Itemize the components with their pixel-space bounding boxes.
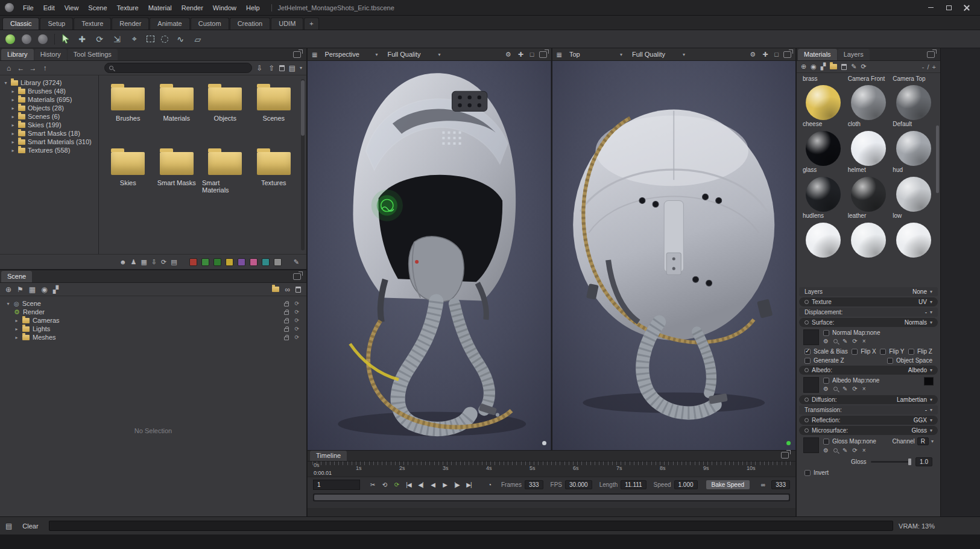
sync-icon[interactable]: ⟳ <box>294 326 299 332</box>
viewport-3d-canvas[interactable] <box>308 61 551 450</box>
paint-icon[interactable]: ✎ <box>851 63 856 71</box>
sync-icon[interactable]: ⟳ <box>294 317 299 323</box>
material-glass[interactable]: glass <box>803 130 844 176</box>
tree-item-smart-materials[interactable]: ▸Smart Materials (310) <box>1 138 97 146</box>
flip-y-checkbox[interactable] <box>880 349 886 355</box>
gloss-value[interactable]: 1.0 <box>915 457 932 466</box>
sync-icon[interactable]: ⟳ <box>294 309 299 315</box>
loop-icon[interactable]: ⟳ <box>392 481 401 488</box>
tree-item-materials[interactable]: ▸Materials (695) <box>1 95 97 104</box>
undo-icon[interactable]: ⟲ <box>380 481 389 488</box>
viewport-settings-icon[interactable]: ⚙ <box>750 51 756 59</box>
workspace-tab-creation[interactable]: Creation <box>230 17 271 30</box>
add-object-icon[interactable]: ⊕ <box>5 285 11 294</box>
close-button[interactable] <box>958 2 975 14</box>
pencil-icon[interactable]: ✎ <box>842 447 847 454</box>
tab-timeline[interactable]: Timeline <box>310 451 347 461</box>
viewport-maximize-icon[interactable]: □ <box>530 51 534 58</box>
material-low[interactable]: low <box>893 176 934 221</box>
end-frame-value[interactable]: 333 <box>771 480 790 489</box>
play-reverse-icon[interactable]: ◀ <box>428 481 437 488</box>
pencil-icon[interactable]: ✎ <box>842 386 847 392</box>
link-icon[interactable]: ∞ <box>758 481 767 488</box>
folder-icon[interactable] <box>830 64 837 69</box>
material-item[interactable] <box>803 221 844 267</box>
tab-library[interactable]: Library <box>1 49 34 60</box>
popout-icon[interactable] <box>293 273 301 280</box>
menu-window[interactable]: Window <box>209 3 241 13</box>
poly-select-tool-icon[interactable]: ▱ <box>192 34 203 44</box>
gloss-slider-knob[interactable] <box>908 459 911 465</box>
tree-item-smart-masks[interactable]: ▸Smart Masks (18) <box>1 129 97 138</box>
tree-item-library[interactable]: ▾Library (3724) <box>1 78 97 87</box>
microsurface-section[interactable]: Microsurface:Gloss▾ <box>799 426 938 435</box>
library-search-input[interactable] <box>116 65 247 72</box>
preview-sphere-icon[interactable]: ☻ <box>119 258 127 265</box>
zoom-in-icon[interactable]: + <box>932 63 936 71</box>
checker-icon[interactable]: ▞ <box>53 285 58 294</box>
popout-icon[interactable] <box>539 51 547 58</box>
library-folder-skies[interactable]: Skies <box>105 147 151 212</box>
section-toggle-icon[interactable] <box>805 368 809 372</box>
color-swatch[interactable] <box>262 258 270 266</box>
gloss-map-checkbox[interactable] <box>823 439 829 445</box>
monitor-icon[interactable]: ▦ <box>141 258 147 266</box>
material-leather[interactable]: leather <box>848 176 890 221</box>
scene-item-meshes[interactable]: ▸ Meshes ⟳ <box>2 333 304 341</box>
material-default[interactable]: Default <box>893 84 934 130</box>
displacement-section[interactable]: Displacement:-▾ <box>799 308 938 317</box>
invert-checkbox[interactable] <box>805 470 811 476</box>
color-swatch[interactable] <box>201 258 209 266</box>
length-value[interactable]: 11.111 <box>621 480 646 489</box>
add-workspace-tab-button[interactable]: + <box>304 17 318 30</box>
albedo-map-checkbox[interactable] <box>823 378 829 384</box>
material-brass[interactable]: brass <box>803 74 844 84</box>
quality-select[interactable]: Full Quality▾ <box>385 49 443 59</box>
scale-bias-checkbox[interactable] <box>805 349 811 355</box>
library-scrollbar[interactable] <box>301 79 305 250</box>
gear-icon[interactable]: ⚙ <box>823 338 829 344</box>
tree-item-brushes[interactable]: ▸Brushes (48) <box>1 87 97 95</box>
menu-material[interactable]: Material <box>144 3 176 13</box>
workspace-tab-udim[interactable]: UDIM <box>271 17 303 30</box>
library-folder-smart-masks[interactable]: Smart Masks <box>154 147 200 212</box>
tab-history[interactable]: History <box>34 49 67 60</box>
lock-icon[interactable] <box>284 303 289 306</box>
speed-gauge-icon[interactable]: ◔ <box>485 481 494 488</box>
console-input[interactable] <box>49 521 893 531</box>
refresh-icon[interactable]: ⟳ <box>861 63 867 71</box>
tab-layers[interactable]: Layers <box>838 49 870 60</box>
link-icon[interactable]: ∞ <box>285 285 290 294</box>
timeline-scrollbar[interactable] <box>313 493 790 501</box>
grid-icon[interactable]: ▦ <box>29 285 36 294</box>
popout-icon[interactable] <box>781 452 789 459</box>
clear-console-button[interactable]: Clear <box>17 521 43 531</box>
albedo-section[interactable]: Albedo:Albedo▾ <box>799 366 938 375</box>
cut-icon[interactable]: ✂ <box>368 481 377 488</box>
rect-select-tool-icon[interactable] <box>147 36 154 42</box>
color-swatch[interactable] <box>213 258 221 266</box>
view-options-icon[interactable]: ▤ <box>288 64 297 72</box>
group-folder-icon[interactable] <box>272 287 279 292</box>
up-icon[interactable]: ↑ <box>40 64 49 72</box>
workspace-tab-setup[interactable]: Setup <box>40 17 73 30</box>
select-tool-icon[interactable] <box>62 34 70 44</box>
library-folder-smart-materials[interactable]: Smart Materials <box>202 147 248 212</box>
list-icon[interactable]: ▤ <box>171 258 177 266</box>
tree-item-textures[interactable]: ▸Textures (558) <box>1 146 97 154</box>
step-forward-icon[interactable]: |▶ <box>452 481 461 488</box>
surface-section[interactable]: Surface:Normals▾ <box>799 318 938 327</box>
eyedropper-add-icon[interactable]: ✎ <box>294 258 299 266</box>
lock-icon[interactable] <box>284 311 289 315</box>
menu-view[interactable]: View <box>60 3 83 13</box>
library-folder-objects[interactable]: Objects <box>202 83 248 147</box>
section-toggle-icon[interactable] <box>805 320 809 325</box>
popout-icon[interactable] <box>293 51 301 58</box>
move-tool-icon[interactable]: ✚ <box>77 34 87 44</box>
color-swatch[interactable] <box>238 258 245 266</box>
home-icon[interactable]: ⌂ <box>4 64 13 72</box>
section-toggle-icon[interactable] <box>805 300 809 304</box>
pin-icon[interactable]: ⚑ <box>17 285 24 294</box>
rotate-tool-icon[interactable]: ⟳ <box>94 34 105 44</box>
workspace-tab-classic[interactable]: Classic <box>2 17 39 30</box>
